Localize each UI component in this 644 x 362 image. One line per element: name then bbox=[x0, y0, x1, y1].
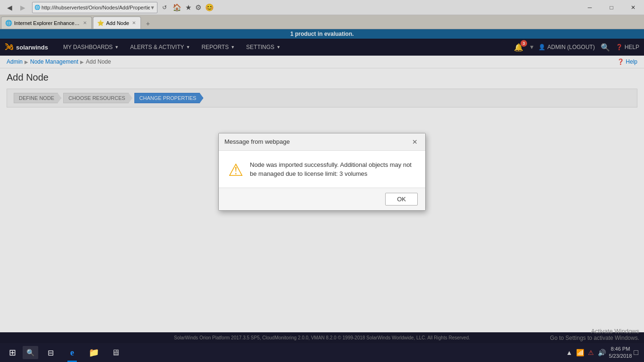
taskbar-app-taskview[interactable]: ⊟ bbox=[40, 343, 61, 362]
modal-overlay: Message from webpage ✕ ⚠ Node was import… bbox=[0, 0, 644, 343]
taskbar-warning-icon[interactable]: ⚠ bbox=[587, 348, 595, 357]
taskbar-search-icon: 🔍 bbox=[26, 349, 34, 356]
modal-ok-button[interactable]: OK bbox=[385, 193, 418, 206]
taskbar-date-value: 5/23/2018 bbox=[609, 353, 632, 360]
taskbar-time-value: 8:46 PM bbox=[609, 346, 632, 353]
modal-warning-icon: ⚠ bbox=[228, 160, 243, 180]
start-button[interactable]: ⊞ bbox=[2, 343, 23, 362]
modal-footer: OK bbox=[219, 188, 425, 210]
taskbar-network-icon[interactable]: 📶 bbox=[575, 348, 585, 357]
taskbar-search[interactable]: 🔍 bbox=[23, 346, 38, 359]
modal-title-bar: Message from webpage ✕ bbox=[219, 133, 425, 151]
modal-message: Node was imported successfully. Addition… bbox=[250, 160, 416, 179]
taskbar-app-other[interactable]: 🖥 bbox=[105, 343, 126, 362]
modal-body: ⚠ Node was imported successfully. Additi… bbox=[219, 151, 425, 188]
taskbar: ⊞ 🔍 ⊟ e 📁 🖥 ▲ 📶 ⚠ 🔊 8:46 PM 5/23/2018 □ bbox=[0, 343, 644, 362]
notification-area: ▲ 📶 ⚠ 🔊 bbox=[565, 348, 607, 357]
taskbar-app-ie[interactable]: e bbox=[62, 343, 83, 362]
taskbar-speaker-icon[interactable]: 🔊 bbox=[597, 348, 607, 357]
taskbar-up-icon[interactable]: ▲ bbox=[565, 348, 574, 357]
taskbar-apps: ⊟ e 📁 🖥 bbox=[40, 343, 126, 362]
modal-close-button[interactable]: ✕ bbox=[410, 137, 420, 147]
modal-title: Message from webpage bbox=[224, 138, 290, 145]
taskbar-app-explorer[interactable]: 📁 bbox=[83, 343, 104, 362]
taskbar-clock[interactable]: 8:46 PM 5/23/2018 bbox=[609, 346, 632, 360]
modal-dialog: Message from webpage ✕ ⚠ Node was import… bbox=[218, 133, 426, 211]
taskbar-right: ▲ 📶 ⚠ 🔊 8:46 PM 5/23/2018 □ bbox=[565, 346, 642, 360]
show-desktop-button[interactable]: □ bbox=[634, 348, 638, 357]
